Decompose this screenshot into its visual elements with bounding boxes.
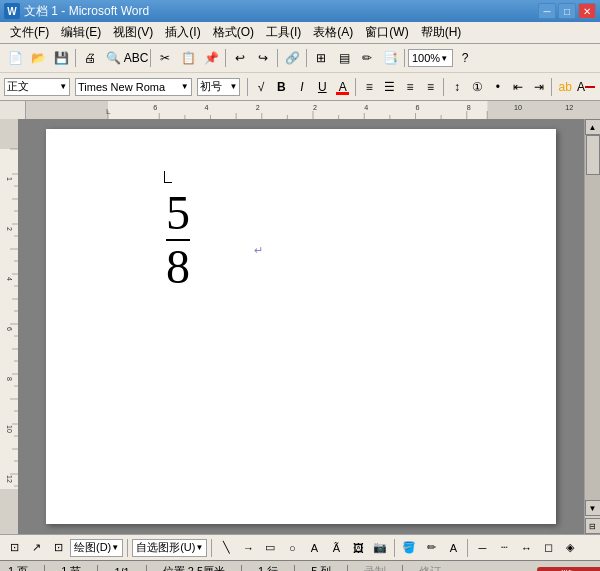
bold-button[interactable]: B	[272, 77, 291, 97]
bullets-button[interactable]: •	[488, 77, 507, 97]
close-button[interactable]: ✕	[578, 3, 596, 19]
cut-button[interactable]: ✂	[154, 47, 176, 69]
status-bar: 1 页 1 节 1/1 位置 2.5厘米 1 行 5 列 录制 修订 wordl…	[0, 560, 600, 571]
save-button[interactable]: 💾	[50, 47, 72, 69]
fraction-numerator: 5	[166, 189, 190, 237]
toolbar-separator-6	[404, 49, 405, 67]
menu-edit[interactable]: 编辑(E)	[55, 22, 107, 43]
maximize-button[interactable]: □	[558, 3, 576, 19]
zoom-dropdown-arrow[interactable]: ▼	[440, 54, 448, 63]
draw-text-button[interactable]: ⊡	[48, 538, 68, 558]
font-dropdown[interactable]: Times New Roma ▼	[75, 78, 192, 96]
italic-button[interactable]: I	[292, 77, 311, 97]
underline-button[interactable]: U	[313, 77, 332, 97]
toolbar-separator-2	[150, 49, 151, 67]
status-line: 1 行	[258, 564, 278, 571]
ellipse-tool[interactable]: ○	[282, 538, 302, 558]
align-right-button[interactable]: ≡	[400, 77, 419, 97]
vertical-ruler-svg: 1 2 4 6 8 10 12	[0, 119, 18, 534]
3d-tool[interactable]: ◈	[560, 538, 580, 558]
document-content[interactable]: 5 8 ↵	[18, 119, 584, 534]
highlight-button[interactable]: ab	[555, 77, 574, 97]
line-style-tool[interactable]: ─	[472, 538, 492, 558]
print-button[interactable]: 🖨	[79, 47, 101, 69]
font-color-button[interactable]: A	[576, 77, 596, 97]
menu-insert[interactable]: 插入(I)	[159, 22, 206, 43]
window-controls[interactable]: ─ □ ✕	[538, 3, 596, 19]
picture-tool[interactable]: 📷	[370, 538, 390, 558]
fill-color-tool[interactable]: 🪣	[399, 538, 419, 558]
right-scrollbar[interactable]: ▲ ▼ ⊟	[584, 119, 600, 534]
line-tool[interactable]: ╲	[216, 538, 236, 558]
document-page: 5 8 ↵	[46, 129, 556, 524]
autoshapes-dropdown[interactable]: 自选图形(U) ▼	[132, 539, 207, 557]
hyperlink-button[interactable]: 🔗	[281, 47, 303, 69]
drawing-button[interactable]: ✏	[356, 47, 378, 69]
zoom-display[interactable]: 100% ▼	[408, 49, 453, 67]
indent-increase-button[interactable]: ⇥	[529, 77, 548, 97]
size-arrow: ▼	[229, 82, 237, 91]
menu-table[interactable]: 表格(A)	[307, 22, 359, 43]
fmt-sep-4	[551, 78, 552, 96]
spell-button[interactable]: ABC	[125, 47, 147, 69]
rect-tool[interactable]: ▭	[260, 538, 280, 558]
size-dropdown[interactable]: 初号 ▼	[197, 78, 241, 96]
justify-button[interactable]: ≡	[421, 77, 440, 97]
cursor-mark	[164, 171, 172, 183]
line-color-tool[interactable]: ✏	[421, 538, 441, 558]
style-dropdown[interactable]: 正文 ▼	[4, 78, 70, 96]
table-button[interactable]: ⊞	[310, 47, 332, 69]
draw-dropdown[interactable]: 绘图(D) ▼	[70, 539, 123, 557]
paste-button[interactable]: 📌	[200, 47, 222, 69]
indent-decrease-button[interactable]: ⇤	[509, 77, 528, 97]
status-record: 录制	[364, 564, 386, 571]
scroll-up-button[interactable]: ▲	[585, 119, 601, 135]
svg-text:4: 4	[6, 277, 13, 281]
font-color-tool[interactable]: A	[443, 538, 463, 558]
shadow-tool[interactable]: ◻	[538, 538, 558, 558]
scroll-thumb[interactable]	[586, 135, 600, 175]
new-button[interactable]: 📄	[4, 47, 26, 69]
menu-view[interactable]: 视图(V)	[107, 22, 159, 43]
open-button[interactable]: 📂	[27, 47, 49, 69]
menu-tools[interactable]: 工具(I)	[260, 22, 307, 43]
arrow-style-tool[interactable]: ↔	[516, 538, 536, 558]
redo-button[interactable]: ↪	[252, 47, 274, 69]
horizontal-ruler: 6 4 2 2 4 6 8 10 12 L	[26, 101, 600, 119]
undo-button[interactable]: ↩	[229, 47, 251, 69]
toolbar-row1: 📄 📂 💾 🖨 🔍 ABC ✂ 📋 📌 ↩ ↪ 🔗 ⊞ ▤ ✏ 📑 100% ▼…	[0, 44, 600, 72]
color-button[interactable]: A	[333, 77, 352, 97]
numbering-button[interactable]: ①	[468, 77, 487, 97]
draw-select-button[interactable]: ↗	[26, 538, 46, 558]
svg-rect-1	[487, 101, 600, 119]
menu-format[interactable]: 格式(O)	[207, 22, 260, 43]
align-center-button[interactable]: ☰	[380, 77, 399, 97]
svg-text:6: 6	[416, 104, 420, 112]
menu-help[interactable]: 帮助(H)	[415, 22, 468, 43]
clipart-tool[interactable]: 🖼	[348, 538, 368, 558]
columns-button[interactable]: ▤	[333, 47, 355, 69]
arrow-tool[interactable]: →	[238, 538, 258, 558]
scroll-split-button[interactable]: ⊟	[585, 518, 601, 534]
status-pageof: 1/1	[114, 566, 129, 572]
line-spacing-button[interactable]: ↕	[447, 77, 466, 97]
help-button[interactable]: ?	[454, 47, 476, 69]
align-left-button[interactable]: ≡	[359, 77, 378, 97]
scroll-down-button[interactable]: ▼	[585, 500, 601, 516]
wordart-tool[interactable]: Ã	[326, 538, 346, 558]
menu-window[interactable]: 窗口(W)	[359, 22, 414, 43]
status-sep-7	[402, 565, 403, 572]
docmap-button[interactable]: 📑	[379, 47, 401, 69]
toolbar-separator-1	[75, 49, 76, 67]
copy-button[interactable]: 📋	[177, 47, 199, 69]
dash-style-tool[interactable]: ┄	[494, 538, 514, 558]
scroll-track[interactable]	[585, 135, 600, 500]
draw-mode-button[interactable]: ⊡	[4, 538, 24, 558]
preview-button[interactable]: 🔍	[102, 47, 124, 69]
minimize-button[interactable]: ─	[538, 3, 556, 19]
menu-file[interactable]: 文件(F)	[4, 22, 55, 43]
formula-button[interactable]: √	[251, 77, 270, 97]
textbox-tool[interactable]: A	[304, 538, 324, 558]
fmt-sep-3	[443, 78, 444, 96]
status-sep-5	[294, 565, 295, 572]
